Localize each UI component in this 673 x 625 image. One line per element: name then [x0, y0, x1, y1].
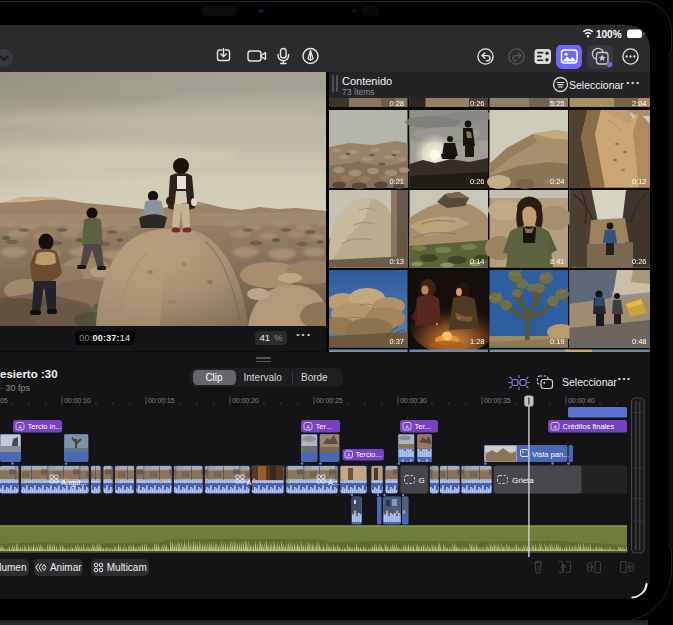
svg-text:0:26: 0:26: [470, 177, 485, 186]
svg-text:Ter...: Ter...: [415, 422, 431, 431]
svg-text:Ter...: Ter...: [316, 422, 332, 431]
svg-text:0:19: 0:19: [550, 337, 565, 346]
svg-text:A: A: [306, 424, 310, 430]
svg-text:00:00:25: 00:00:25: [316, 397, 343, 404]
svg-text:Á: Á: [247, 478, 252, 487]
svg-text:Vista pan...: Vista pan...: [532, 450, 569, 459]
svg-text:0:13: 0:13: [389, 257, 404, 266]
svg-text:0:12: 0:12: [632, 177, 647, 186]
svg-text:0:48: 0:48: [632, 337, 647, 346]
svg-text:0:28: 0:28: [389, 99, 404, 108]
svg-text:100%: 100%: [596, 29, 622, 40]
svg-text:8:41: 8:41: [550, 257, 565, 266]
svg-text:0:21: 0:21: [389, 177, 404, 186]
svg-text:Ángul...: Ángul...: [61, 478, 86, 487]
svg-text:A: A: [553, 424, 557, 430]
svg-text:Grieta: Grieta: [512, 476, 534, 485]
svg-text:00:00:30: 00:00:30: [400, 397, 427, 404]
svg-text:2:04: 2:04: [632, 99, 647, 108]
svg-text:00:00:10: 00:00:10: [64, 397, 91, 404]
svg-text:G: G: [419, 476, 425, 485]
svg-text:Á...: Á...: [328, 478, 339, 487]
svg-text:Tercio...: Tercio...: [356, 450, 382, 459]
svg-text:0:24: 0:24: [550, 177, 565, 186]
svg-text:1:28: 1:28: [470, 337, 485, 346]
svg-text:Créditos finales: Créditos finales: [563, 422, 615, 431]
svg-text:0:26: 0:26: [470, 99, 485, 108]
svg-text:05: 05: [0, 397, 8, 404]
svg-text:A: A: [405, 424, 409, 430]
svg-text:0:14: 0:14: [470, 257, 485, 266]
svg-text:0:37: 0:37: [389, 337, 404, 346]
svg-text:5:25: 5:25: [550, 99, 565, 108]
svg-text:00:00:20: 00:00:20: [232, 397, 259, 404]
svg-text:A: A: [347, 452, 351, 458]
svg-text:00:00:40: 00:00:40: [568, 397, 595, 404]
svg-text:00:00:15: 00:00:15: [148, 397, 175, 404]
svg-text:A: A: [18, 424, 22, 430]
svg-text:Tercio in...: Tercio in...: [28, 422, 62, 431]
svg-text:0:26: 0:26: [632, 257, 647, 266]
svg-text:00:00:35: 00:00:35: [484, 397, 511, 404]
